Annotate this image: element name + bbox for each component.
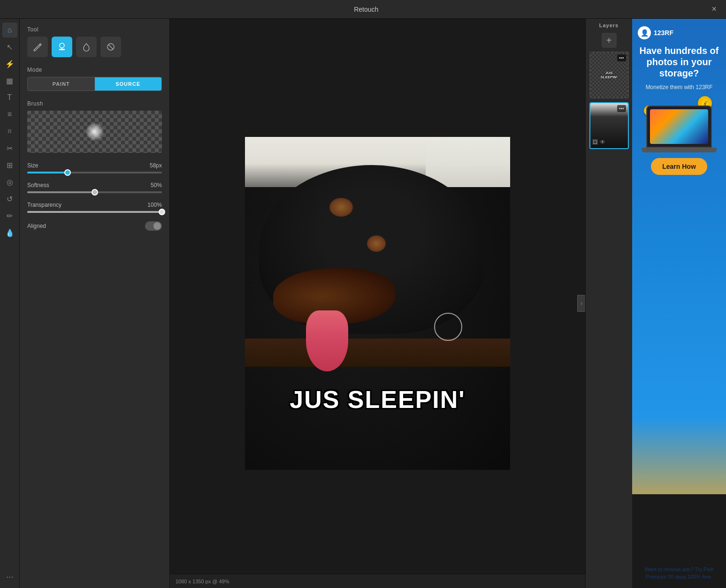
top-bar: Retouch × xyxy=(0,0,726,19)
brush-dot xyxy=(85,122,104,141)
ad-laptop-screen xyxy=(650,109,708,144)
dog-tongue xyxy=(306,310,348,371)
ad-laptop xyxy=(646,106,712,148)
ad-headline: Have hundreds of photos in your storage? xyxy=(638,45,720,79)
softness-slider[interactable] xyxy=(27,191,162,193)
layer-thumb-photo[interactable]: ••• 🖼 👁 xyxy=(589,102,629,149)
circle-icon[interactable]: ◎ xyxy=(2,174,17,189)
cursor-icon[interactable]: ↖ xyxy=(2,39,17,54)
layer2-options-btn[interactable]: ••• xyxy=(617,105,626,112)
transparency-slider[interactable] xyxy=(27,211,162,213)
drop-tool-btn[interactable] xyxy=(76,37,97,57)
size-value: 58px xyxy=(150,162,162,169)
adjust-icon[interactable]: ⊞ xyxy=(2,158,17,173)
crop-icon[interactable]: ⌗ xyxy=(2,124,17,139)
layers-panel-title: Layers xyxy=(599,23,619,28)
spiral-icon[interactable]: ↺ xyxy=(2,191,17,206)
home-icon[interactable]: ⌂ xyxy=(2,23,17,38)
transparency-value: 100% xyxy=(147,202,162,208)
image-text-overlay: JUS SLEEPIN' xyxy=(290,385,465,414)
lines-icon[interactable]: ≡ xyxy=(2,107,17,122)
toggle-knob xyxy=(153,222,161,230)
brush-small-icon[interactable]: ✏ xyxy=(2,208,17,223)
layer1-options-btn[interactable]: ••• xyxy=(617,54,626,61)
canvas-status: 1080 x 1350 px @ 49% xyxy=(176,579,229,584)
size-slider-row: Size 58px xyxy=(27,162,162,173)
add-layer-btn[interactable]: + xyxy=(602,33,617,48)
paint-mode-btn[interactable]: PAINT xyxy=(28,77,95,90)
layers-panel: Layers + JUSSLEEPIN' ••• ••• 🖼 👁 xyxy=(585,19,632,588)
pencil-tool-btn[interactable] xyxy=(27,37,48,57)
drop-icon[interactable]: 💧 xyxy=(2,225,17,240)
flash-icon[interactable]: ⚡ xyxy=(2,56,17,71)
ad-logo-text: 123RF xyxy=(654,29,673,37)
canvas-image[interactable]: JUS SLEEPIN' xyxy=(245,137,510,470)
layer-thumb-text[interactable]: JUSSLEEPIN' ••• xyxy=(589,52,629,98)
ad-laptop-base xyxy=(642,148,717,152)
learn-how-button[interactable]: Learn How xyxy=(651,158,707,175)
layer-actions: 🖼 👁 xyxy=(592,138,629,146)
brush-preview xyxy=(27,111,162,153)
more-icon[interactable]: ⋯ xyxy=(2,569,17,584)
brush-section: Brush xyxy=(27,100,162,153)
tool-buttons-group xyxy=(27,37,162,57)
main-layout: ⌂ ↖ ⚡ ▦ T ≡ ⌗ ✂ ⊞ ◎ ↺ ✏ 💧 ⋯ Tool xyxy=(0,19,726,588)
scissors-icon[interactable]: ✂ xyxy=(2,141,17,156)
panel-title-bar: Retouch xyxy=(24,6,708,13)
svg-rect-1 xyxy=(59,49,65,50)
ad-logo-icon: 👤 xyxy=(638,26,651,39)
layers-collapse-arrow[interactable]: › xyxy=(577,295,585,312)
softness-slider-row: Softness 50% xyxy=(27,182,162,193)
ad-illustration: 💰 $ xyxy=(642,96,717,152)
source-mode-btn[interactable]: SOURCE xyxy=(95,77,162,90)
transparency-slider-row: Transparency 100% xyxy=(27,202,162,213)
svg-line-4 xyxy=(108,45,113,49)
aligned-toggle[interactable] xyxy=(145,221,162,231)
dog-tan-marks2 xyxy=(367,235,386,252)
stamp-tool-btn[interactable] xyxy=(52,37,72,57)
status-bar: 1080 x 1350 px @ 49% xyxy=(170,574,585,588)
ad-remove-text: Want to remove ads? Try Pixlr Premium 30… xyxy=(638,472,720,580)
mode-section-label: Mode xyxy=(27,67,162,73)
layer-text-content: JUSSLEEPIN' xyxy=(600,71,617,79)
ad-logo: 👤 123RF xyxy=(638,26,673,39)
ad-panel: 👤 123RF Have hundreds of photos in your … xyxy=(632,19,726,588)
brush-section-label: Brush xyxy=(27,100,162,107)
mode-toggle: PAINT SOURCE xyxy=(27,77,162,91)
canvas-area[interactable]: JUS SLEEPIN' › 1080 x 1350 px @ 49% xyxy=(170,19,585,588)
softness-label: Softness xyxy=(27,182,49,188)
close-button[interactable]: × xyxy=(708,2,720,16)
layer-image-icon[interactable]: 🖼 xyxy=(592,139,598,145)
tool-section-label: Tool xyxy=(27,26,162,33)
size-slider[interactable] xyxy=(27,172,162,173)
grid-icon[interactable]: ▦ xyxy=(2,73,17,88)
canvas-wrapper: JUS SLEEPIN' xyxy=(245,137,510,470)
dog-tan-marks xyxy=(329,198,353,217)
ad-subtext: Monetize them with 123RF xyxy=(646,83,713,91)
retouch-panel: Tool xyxy=(20,19,170,588)
text-icon[interactable]: T xyxy=(2,90,17,105)
svg-point-0 xyxy=(60,43,64,48)
size-label: Size xyxy=(27,162,38,169)
left-toolbar: ⌂ ↖ ⚡ ▦ T ≡ ⌗ ✂ ⊞ ◎ ↺ ✏ 💧 ⋯ xyxy=(0,19,20,588)
softness-value: 50% xyxy=(151,182,162,188)
transparency-label: Transparency xyxy=(27,202,61,208)
ledge xyxy=(245,339,510,367)
erase-tool-btn[interactable] xyxy=(100,37,121,57)
aligned-label: Aligned xyxy=(27,223,46,229)
layer-visibility-icon[interactable]: 👁 xyxy=(600,139,605,145)
aligned-row: Aligned xyxy=(27,221,162,231)
